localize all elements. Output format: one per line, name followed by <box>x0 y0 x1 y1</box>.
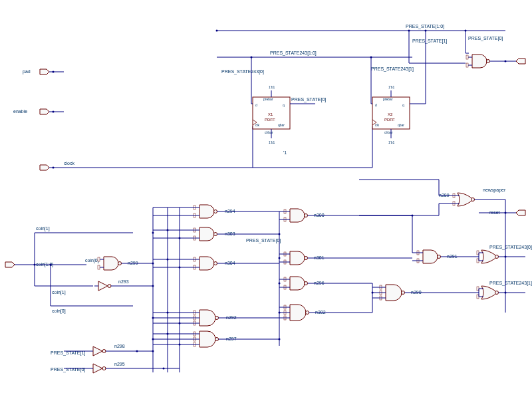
net-ps243-bus: PRES_STATE243[1:0] <box>270 51 317 56</box>
port-reset: reset <box>479 210 525 215</box>
svg-text:d: d <box>255 103 257 107</box>
svg-text:d: d <box>375 103 377 107</box>
gate-n290: n290 <box>372 285 479 301</box>
inv-ps0: PRES_STATE[0] n295 <box>51 362 180 373</box>
svg-text:1'b1: 1'b1 <box>388 140 395 144</box>
svg-point-84 <box>279 233 281 235</box>
svg-text:1'b1: 1'b1 <box>269 85 275 89</box>
lbl-ps243-1b: PRES_STATE243[1] <box>489 281 532 286</box>
gate-n291: n291 <box>412 250 479 263</box>
svg-point-75 <box>167 259 169 261</box>
gate-n297: n297 <box>153 331 279 347</box>
svg-point-80 <box>179 267 181 269</box>
svg-point-88 <box>279 338 281 340</box>
lbl-ps0-inv: PRES_STATE[0] <box>51 367 85 372</box>
svg-point-65 <box>163 368 165 370</box>
svg-point-36 <box>505 61 507 63</box>
svg-text:prebar: prebar <box>263 97 273 101</box>
x1-name: X1 <box>268 112 273 116</box>
clock-label: clock <box>64 161 74 166</box>
svg-point-76 <box>167 312 169 314</box>
lbl-ps243-0b: PRES_STATE243[0] <box>489 245 532 250</box>
net-ps0: PRES_STATE[0] <box>468 36 503 41</box>
lbl-newspaper: newspaper <box>483 188 506 193</box>
gate-n289: n289 newspaper <box>439 188 506 206</box>
gate-n293: n293 <box>94 279 153 291</box>
x2-type: PDFF <box>384 118 395 122</box>
svg-point-68 <box>152 263 154 265</box>
svg-text:clrbar: clrbar <box>265 130 273 134</box>
x1-type: PDFF <box>265 118 275 122</box>
svg-point-70 <box>152 317 154 319</box>
net-ps243-0: PRES_STATE243[0] <box>221 69 264 74</box>
x2-name: X2 <box>388 112 393 116</box>
svg-point-32 <box>216 30 218 32</box>
coin0-label: coin[0] <box>52 309 66 314</box>
svg-text:prebar: prebar <box>383 97 393 101</box>
gate-n299: n299 <box>98 257 153 270</box>
gate-n301: n301 <box>279 251 412 265</box>
svg-text:1'b1: 1'b1 <box>388 85 395 89</box>
net-ps243-1: PRES_STATE243[1] <box>371 66 414 72</box>
port-pad: pad <box>23 69 64 74</box>
svg-point-71 <box>152 338 154 340</box>
svg-point-94 <box>412 215 414 217</box>
svg-point-92 <box>505 256 507 258</box>
svg-text:q: q <box>402 103 404 107</box>
gate-n296: n296 <box>279 277 372 290</box>
svg-point-64 <box>136 350 138 352</box>
gate-n303: n303 PRES_STATE[0] <box>153 227 281 243</box>
svg-point-69 <box>152 285 154 287</box>
gate-n292: n292 <box>153 310 279 326</box>
flipflop-x2: X2 PDFF d q clk qbar prebar clrbar 1'b1 … <box>371 30 427 145</box>
gate-n304: n304 <box>153 257 279 270</box>
net-pres-state-bus: PRES_STATE[1:0] <box>406 24 444 29</box>
svg-point-89 <box>372 292 374 294</box>
svg-point-85 <box>279 257 281 259</box>
gate-n300: n300 <box>279 209 359 222</box>
svg-text:1'b1: 1'b1 <box>269 140 275 144</box>
svg-text:qbar: qbar <box>398 123 404 127</box>
const-one: '1 <box>283 150 287 155</box>
svg-point-67 <box>152 232 154 234</box>
lbl-n298: n298 <box>114 344 125 348</box>
svg-point-82 <box>179 344 181 346</box>
net-ps1: PRES_STATE[1] <box>412 39 447 44</box>
gate-ps243-1: PRES_STATE243[1] <box>477 281 532 299</box>
svg-text:q: q <box>283 103 285 107</box>
svg-point-87 <box>279 312 281 314</box>
svg-point-86 <box>279 283 281 285</box>
svg-point-74 <box>167 229 169 231</box>
pad-label: pad <box>23 69 31 74</box>
port-clock: clock <box>40 126 372 170</box>
gate-n302: n302 <box>279 305 372 321</box>
x1-q-net: PRES_STATE[0] <box>291 97 326 102</box>
svg-point-72 <box>152 350 154 352</box>
lbl-n295: n295 <box>114 362 125 366</box>
coin1-label: coin[1] <box>36 226 50 231</box>
lbl-ps0b: PRES_STATE[0] <box>246 238 281 243</box>
svg-text:clk: clk <box>255 123 260 127</box>
port-enable: enable <box>13 109 64 114</box>
svg-point-77 <box>167 333 169 335</box>
gate-top-nand <box>466 55 525 68</box>
lbl-n293: n293 <box>118 279 129 284</box>
svg-text:qbar: qbar <box>278 123 285 127</box>
coin1b-label: coin[1] <box>52 290 66 295</box>
svg-point-60 <box>425 30 427 32</box>
coin0b-label: coin[0] <box>85 258 99 263</box>
svg-point-93 <box>505 292 507 294</box>
inv-ps1: PRES_STATE[1] n298 <box>51 344 153 356</box>
svg-point-79 <box>179 237 181 239</box>
gate-ps243-0: PRES_STATE243[0] <box>477 245 532 263</box>
gate-n294: n294 <box>153 205 279 218</box>
svg-text:clrbar: clrbar <box>384 130 393 134</box>
svg-point-81 <box>179 323 181 325</box>
enable-label: enable <box>13 109 27 114</box>
svg-text:clk: clk <box>375 123 380 127</box>
